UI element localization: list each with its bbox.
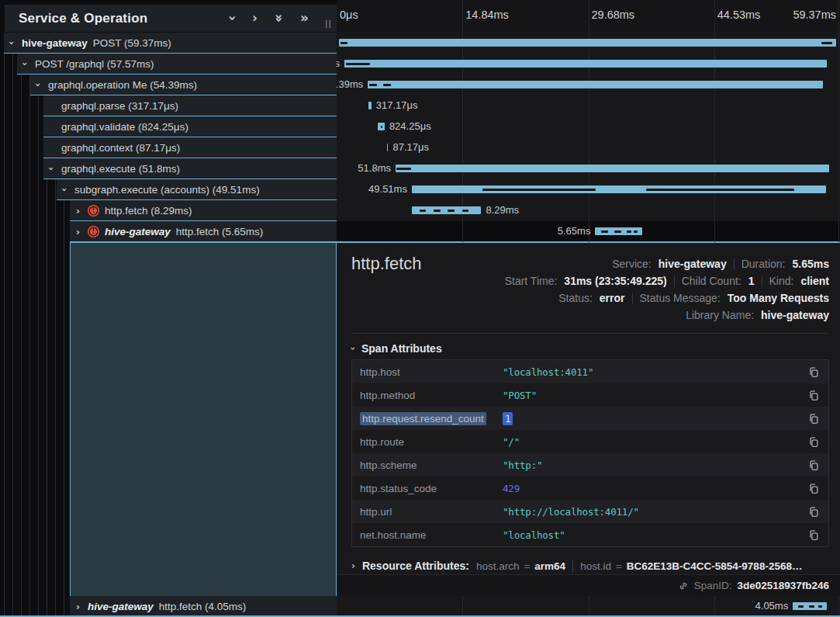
span-label: graphql.context (87.17μs) [61, 142, 180, 154]
span-bar-http-fetch-565[interactable] [595, 227, 642, 235]
meta-line: Service:hive-gatewayDuration:5.65ms [505, 255, 829, 272]
meta-value: hive-gateway [659, 258, 727, 270]
chevron-down-icon[interactable]: › [46, 165, 57, 173]
tree-row-hive-gateway-post[interactable]: ›hive-gatewayPOST (59.37ms) [4, 33, 337, 54]
copy-button[interactable] [807, 481, 821, 496]
bar-duration-label: 4.05ms [755, 600, 789, 612]
chevron-down-icon[interactable]: › [226, 16, 239, 21]
service-name: hive-gateway [22, 37, 88, 49]
chevron-down-icon: › [347, 347, 358, 351]
bar-duration-label: 57.57ms [337, 57, 340, 69]
tree-row-http-fetch-405[interactable]: ›hive-gatewayhttp.fetch (4.05ms) [70, 596, 337, 617]
chevron-down-icon[interactable]: › [59, 185, 71, 194]
meta-label: Child Count: [682, 275, 741, 287]
copy-button[interactable] [807, 458, 821, 473]
chevron-right-icon: › [351, 560, 355, 571]
bar-mark [634, 231, 638, 233]
copy-icon [808, 366, 819, 378]
meta-line: Start Time:31ms (23:35:49.225)Child Coun… [505, 272, 829, 289]
chevron-right-icon[interactable]: › [74, 205, 82, 217]
tick-label: 14.84ms [465, 9, 509, 21]
span-bar-http-fetch-829[interactable] [412, 206, 482, 214]
bar-mark [627, 231, 631, 233]
tree-row-graphql-validate[interactable]: graphql.validate (824.25μs) [43, 116, 337, 137]
meta-divider [734, 258, 735, 270]
span-label: POST (59.37ms) [93, 37, 171, 49]
bar-mark [601, 231, 608, 233]
span-bar-graphql-parse[interactable] [368, 102, 371, 109]
copy-icon [808, 529, 819, 541]
span-label: http.fetch (5.65ms) [176, 226, 264, 237]
span-tree-panel: Service & Operation ››»» || ›hive-gatewa… [0, 0, 337, 617]
panel-resize-handle[interactable]: || [325, 19, 332, 28]
span-bar-graphql-operation-me[interactable] [368, 81, 823, 88]
span-bar-graphql-validate[interactable] [378, 123, 385, 130]
chevron-down-icon[interactable]: › [6, 39, 18, 47]
tree-row-graphql-context[interactable]: graphql.context (87.17μs) [43, 137, 337, 158]
span-bar-post-graphql[interactable] [344, 60, 827, 68]
tree-row-graphql-parse[interactable]: graphql.parse (317.17μs) [43, 95, 337, 116]
tree-row-graphql-execute[interactable]: ›graphql.execute (51.8ms) [43, 158, 337, 179]
section-divider [351, 333, 829, 334]
tree-row-subgraph-execute-accounts[interactable]: ›subgraph.execute (accounts) (49.51ms) [57, 179, 337, 200]
span-attributes-header[interactable]: › Span Attributes [351, 342, 442, 355]
copy-button[interactable] [807, 435, 821, 449]
chevron-right-icon[interactable]: › [74, 226, 82, 237]
bar-mark [383, 84, 391, 86]
chevrons-right-icon[interactable]: » [300, 12, 309, 25]
bar-mark [396, 168, 410, 170]
resource-attributes-row[interactable]: › Resource Attributes: host.arch=arm64ho… [351, 556, 829, 575]
bar-mark [448, 210, 455, 212]
span-bar-graphql-execute[interactable] [396, 165, 829, 172]
copy-button[interactable] [807, 411, 821, 426]
chevron-right-icon[interactable]: › [252, 12, 258, 25]
attr-key: http.scheme [360, 459, 503, 471]
span-label: http.fetch (8.29ms) [105, 205, 192, 217]
span-bar-subgraph-execute-accounts[interactable] [412, 185, 827, 193]
chevrons-down-icon[interactable]: » [272, 14, 285, 23]
span-label: http.fetch (4.05ms) [159, 601, 247, 612]
bar-duration-label: 317.17μs [376, 99, 418, 111]
tree-row-graphql-operation-me[interactable]: ›graphql.operation Me (54.39ms) [30, 75, 337, 95]
span-bar-hive-gateway-post[interactable] [339, 39, 836, 47]
tree-row-http-fetch-565[interactable]: ›!hive-gatewayhttp.fetch (5.65ms) [70, 221, 337, 242]
tree-row-post-graphql[interactable]: ›POST /graphql (57.57ms) [17, 54, 337, 75]
tick-label: 44.53ms [717, 9, 761, 21]
attr-key: http.route [360, 436, 503, 448]
resource-attr-host.id: host.id=BC62E13B-C4CC-5854-9788-2568… [580, 560, 802, 572]
attr-row-http.scheme: http.scheme"http:" [352, 453, 828, 477]
selected-span-indent-block [70, 242, 337, 596]
bar-duration-label: 49.51ms [368, 183, 407, 195]
attr-value: 1 [503, 413, 807, 425]
span-label: graphql.parse (317.17μs) [61, 100, 178, 112]
tree-header: Service & Operation ››»» [5, 5, 337, 32]
meta-value: 1 [748, 275, 755, 287]
chevron-down-icon[interactable]: › [19, 60, 31, 68]
bar-mark [369, 84, 377, 86]
attr-row-http.request.resend_count: http.request.resend_count1 [352, 407, 828, 430]
resource-attributes-items: host.arch=arm64host.id=BC62E13B-C4CC-585… [476, 560, 803, 572]
meta-label: Kind: [769, 275, 794, 287]
copy-button[interactable] [807, 365, 821, 380]
chevron-right-icon[interactable]: › [74, 601, 82, 612]
bar-mark [482, 189, 596, 191]
meta-label: Service: [612, 258, 652, 270]
copy-icon [808, 436, 819, 448]
copy-button[interactable] [807, 504, 821, 519]
bar-mark [614, 231, 621, 233]
service-name: hive-gateway [88, 601, 154, 612]
copy-button[interactable] [807, 388, 821, 403]
meta-value: Too Many Requests [728, 292, 829, 304]
attr-row-http.status_code: http.status_code429 [352, 477, 828, 500]
span-detail-panel: http.fetch Service:hive-gatewayDuration:… [337, 242, 840, 596]
resource-attr-key: host.id [580, 560, 611, 572]
bar-mark [646, 189, 794, 191]
meta-label: Start Time: [505, 275, 558, 287]
meta-line: Library Name:hive-gateway [505, 307, 829, 324]
span-id-label: SpanID: [694, 580, 732, 591]
chevron-down-icon[interactable]: › [33, 81, 44, 89]
tree-row-http-fetch-829[interactable]: ›!http.fetch (8.29ms) [70, 200, 337, 221]
bar-mark [809, 605, 815, 608]
copy-button[interactable] [807, 528, 821, 542]
span-bar-http-fetch-405[interactable] [793, 602, 827, 610]
